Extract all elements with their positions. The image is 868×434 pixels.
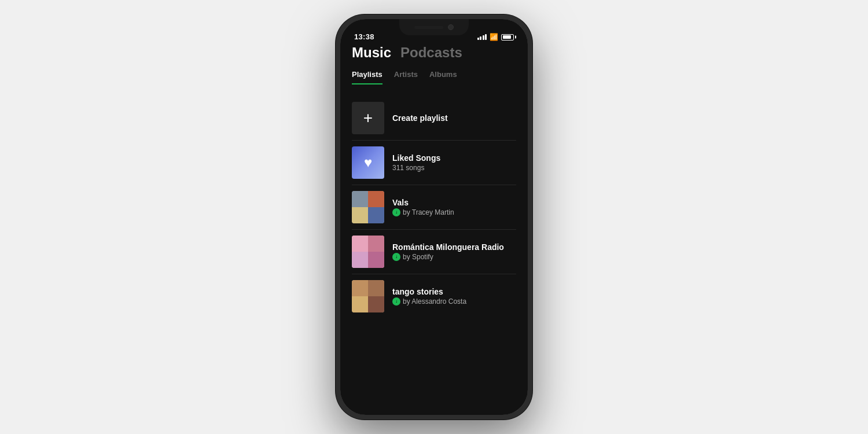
signal-bar-3 xyxy=(483,35,484,40)
list-item[interactable]: + Create playlist xyxy=(352,96,516,140)
sub-tab-albums[interactable]: Albums xyxy=(429,70,457,84)
status-time: 13:38 xyxy=(354,32,374,41)
vals-thumb-cell-2 xyxy=(368,191,384,207)
phone-screen: 13:38 📶 Mus xyxy=(340,19,528,415)
sub-tabs: Playlists Artists Albums xyxy=(352,70,516,84)
downloaded-icon xyxy=(392,253,400,261)
playlist-name: Vals xyxy=(392,198,516,207)
sub-tab-artists[interactable]: Artists xyxy=(394,70,418,84)
wifi-icon: 📶 xyxy=(490,33,498,41)
list-item[interactable]: ♥ Liked Songs 311 songs xyxy=(352,141,516,185)
sub-tab-playlists[interactable]: Playlists xyxy=(352,70,382,84)
playlist-subtitle: by Spotify xyxy=(392,253,516,261)
signal-bar-4 xyxy=(485,34,487,40)
romantica-thumb-cell-2 xyxy=(368,236,384,252)
header-tabs: Music Podcasts xyxy=(352,45,516,61)
liked-songs-thumb: ♥ xyxy=(352,146,384,179)
tango-thumb-cell-4 xyxy=(368,296,384,312)
playlist-subtitle: by Tracey Martin xyxy=(392,208,516,216)
romantica-thumb xyxy=(352,236,384,268)
vals-thumb-cell-1 xyxy=(352,191,368,207)
phone-device: 13:38 📶 Mus xyxy=(336,14,532,420)
playlist-info: tango stories by Alessandro Costa xyxy=(392,287,516,306)
status-icons: 📶 xyxy=(477,33,514,41)
tango-thumb-cell-1 xyxy=(352,280,368,296)
playlist-info: Create playlist xyxy=(392,113,516,123)
status-bar: 13:38 📶 xyxy=(340,19,528,45)
playlist-name: Create playlist xyxy=(392,113,516,123)
signal-bars xyxy=(477,34,487,40)
create-playlist-thumb: + xyxy=(352,102,384,134)
playlist-name: Romántica Milonguera Radio xyxy=(392,242,516,252)
playlist-subtitle: by Alessandro Costa xyxy=(392,297,516,306)
signal-bar-1 xyxy=(477,38,479,40)
plus-icon: + xyxy=(363,110,373,126)
battery-icon xyxy=(501,34,514,41)
playlist-by: by Spotify xyxy=(403,253,433,261)
playlist-by: by Alessandro Costa xyxy=(403,297,466,306)
romantica-thumb-cell-1 xyxy=(352,236,368,252)
signal-bar-2 xyxy=(480,36,481,40)
notch-camera xyxy=(448,24,454,30)
playlist-subtitle: 311 songs xyxy=(392,164,516,172)
notch-speaker xyxy=(414,26,443,29)
tango-thumb-cell-3 xyxy=(352,296,368,312)
list-item[interactable]: tango stories by Alessandro Costa xyxy=(352,274,516,318)
downloaded-icon xyxy=(392,208,400,216)
playlist-by: by Tracey Martin xyxy=(403,208,454,216)
playlist-name: Liked Songs xyxy=(392,153,516,163)
tab-podcasts[interactable]: Podcasts xyxy=(400,45,462,61)
phone-shell: 13:38 📶 Mus xyxy=(336,14,532,420)
list-item[interactable]: Vals by Tracey Martin xyxy=(352,185,516,229)
playlist-info: Vals by Tracey Martin xyxy=(392,198,516,216)
romantica-thumb-cell-4 xyxy=(368,252,384,268)
vals-thumb xyxy=(352,191,384,223)
list-item[interactable]: Romántica Milonguera Radio by Spotify xyxy=(352,230,516,274)
main-content: Music Podcasts Playlists Artists Albums … xyxy=(340,45,528,415)
tango-thumb xyxy=(352,280,384,312)
heart-icon: ♥ xyxy=(364,155,372,171)
playlist-info: Liked Songs 311 songs xyxy=(392,153,516,172)
playlist-list: + Create playlist ♥ Liked Songs xyxy=(352,96,516,415)
tab-music[interactable]: Music xyxy=(352,45,391,61)
tango-thumb-cell-2 xyxy=(368,280,384,296)
vals-thumb-cell-4 xyxy=(368,207,384,223)
romantica-thumb-cell-3 xyxy=(352,252,368,268)
vals-thumb-cell-3 xyxy=(352,207,368,223)
battery-fill xyxy=(503,35,511,39)
downloaded-icon xyxy=(392,297,400,306)
playlist-name: tango stories xyxy=(392,287,516,296)
notch xyxy=(399,19,469,35)
playlist-info: Romántica Milonguera Radio by Spotify xyxy=(392,242,516,261)
